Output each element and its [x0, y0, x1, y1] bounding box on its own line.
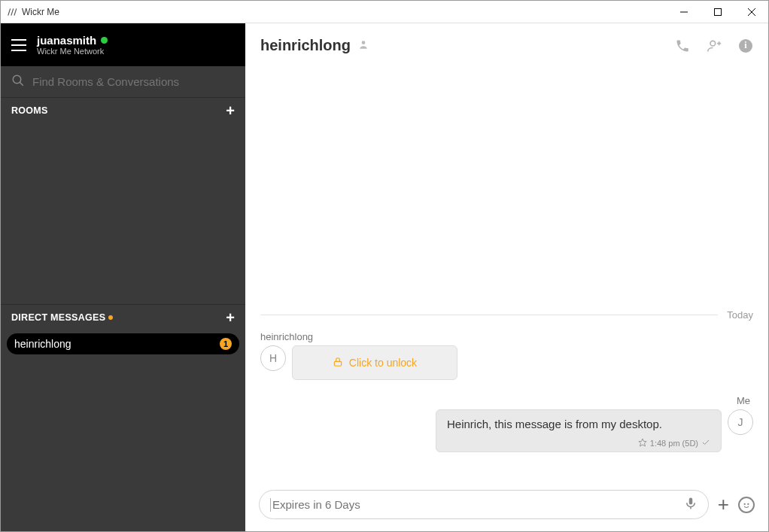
add-dm-button[interactable]: + — [226, 312, 235, 323]
svg-point-6 — [744, 503, 745, 504]
sent-message-text: Heinrich, this message is from my deskto… — [447, 418, 710, 430]
incoming-avatar[interactable]: H — [260, 345, 286, 371]
dm-item-name: heinrichlong — [14, 338, 71, 350]
window-titlebar: Wickr Me — [1, 1, 768, 23]
sidebar: juanasmith Wickr Me Network ROOMS + DIRE… — [1, 23, 245, 531]
info-icon: i — [739, 39, 752, 53]
chat-title: heinrichlong — [260, 37, 351, 54]
add-contact-icon[interactable] — [707, 38, 722, 53]
svg-point-3 — [710, 41, 716, 46]
message-composer: + — [245, 482, 768, 531]
dm-unread-dot-icon — [108, 315, 113, 320]
dm-section-header: DIRECT MESSAGES + — [1, 304, 245, 330]
unlock-label: Click to unlock — [349, 357, 417, 369]
outgoing-avatar[interactable]: J — [728, 409, 753, 435]
chat-header: heinrichlong i — [245, 23, 768, 68]
menu-icon[interactable] — [11, 39, 26, 51]
incoming-message: heinrichlong H Click to unlock — [260, 331, 753, 380]
titlebar-left: Wickr Me — [7, 7, 59, 17]
svg-point-2 — [362, 41, 366, 44]
info-button[interactable]: i — [738, 38, 753, 53]
window-minimize-button[interactable] — [667, 1, 701, 23]
locked-message-bubble[interactable]: Click to unlock — [292, 345, 457, 380]
emoji-button[interactable] — [738, 497, 755, 513]
attach-button[interactable]: + — [718, 493, 729, 516]
sent-message-time: 1:48 pm (5D) — [650, 439, 698, 448]
outgoing-sender: Me — [260, 395, 750, 406]
svg-point-7 — [748, 503, 749, 504]
window-close-button[interactable] — [734, 1, 768, 23]
sidebar-search[interactable] — [1, 66, 245, 97]
microphone-icon[interactable] — [684, 497, 698, 512]
star-icon[interactable] — [638, 438, 647, 448]
svg-marker-5 — [639, 439, 646, 446]
dm-list: heinrichlong 1 — [1, 330, 245, 531]
call-icon[interactable] — [675, 38, 690, 53]
svg-rect-4 — [334, 361, 341, 366]
svg-rect-0 — [714, 8, 721, 15]
chat-pane: heinrichlong i Today — [245, 23, 768, 531]
incoming-sender: heinrichlong — [260, 331, 753, 342]
date-label: Today — [727, 309, 753, 321]
app-logo-icon — [7, 7, 17, 17]
sent-message-meta: 1:48 pm (5D) — [447, 438, 710, 448]
current-user-block[interactable]: juanasmith Wickr Me Network — [37, 34, 108, 56]
search-input[interactable] — [32, 75, 235, 88]
rooms-section-header: ROOMS + — [1, 97, 245, 123]
contact-icon — [358, 39, 369, 52]
search-icon — [11, 74, 25, 90]
sent-message-bubble: Heinrich, this message is from my deskto… — [436, 409, 722, 452]
svg-point-1 — [13, 75, 21, 84]
text-caret — [270, 498, 271, 512]
lock-icon — [333, 356, 343, 370]
add-room-button[interactable]: + — [226, 105, 235, 116]
sidebar-header: juanasmith Wickr Me Network — [1, 23, 245, 66]
check-icon — [701, 438, 710, 448]
window-maximize-button[interactable] — [701, 1, 734, 23]
dm-item-heinrichlong[interactable]: heinrichlong 1 — [7, 333, 239, 354]
compose-input-wrapper[interactable] — [259, 490, 709, 519]
presence-indicator-icon — [101, 37, 108, 44]
titlebar-controls — [667, 1, 768, 23]
dm-label: DIRECT MESSAGES — [11, 312, 105, 323]
network-label: Wickr Me Network — [37, 47, 108, 56]
rooms-list — [1, 123, 245, 304]
current-user-name: juanasmith — [37, 34, 96, 47]
message-input[interactable] — [272, 498, 684, 511]
dm-unread-badge: 1 — [220, 338, 232, 350]
date-divider: Today — [260, 309, 753, 321]
rooms-label: ROOMS — [11, 105, 48, 116]
outgoing-message: Me J Heinrich, this message is from my d… — [260, 395, 753, 452]
window-title: Wickr Me — [22, 7, 59, 17]
chat-body: Today heinrichlong H Click to unlock — [245, 68, 768, 482]
